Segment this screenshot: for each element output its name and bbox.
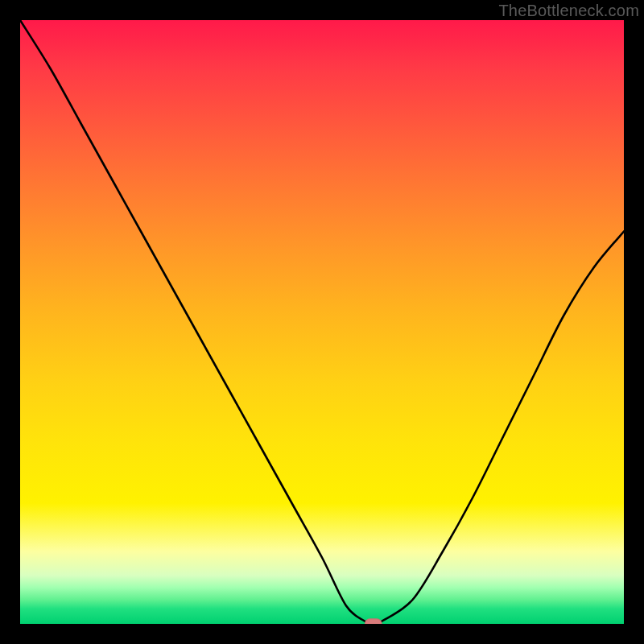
minimum-marker	[365, 618, 383, 624]
chart-frame: TheBottleneck.com	[0, 0, 644, 644]
watermark-text: TheBottleneck.com	[498, 2, 639, 20]
plot-area	[20, 20, 624, 624]
bottleneck-curve	[20, 20, 624, 624]
